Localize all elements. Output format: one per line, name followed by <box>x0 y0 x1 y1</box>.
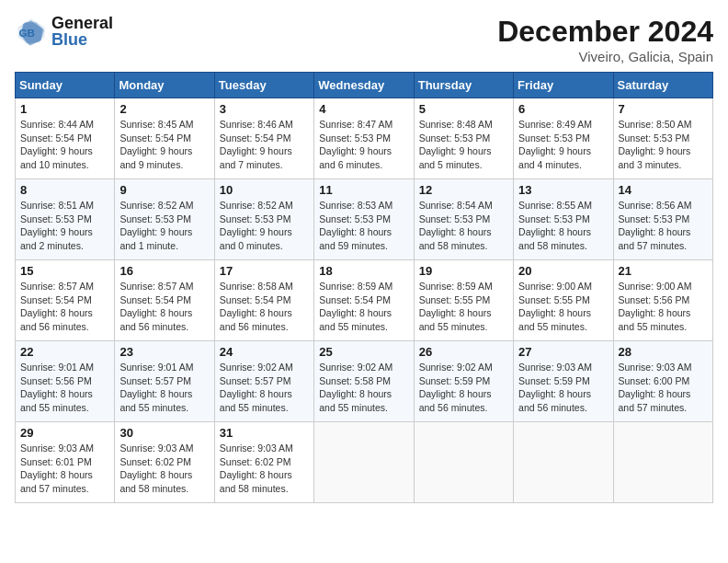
calendar-cell: 22Sunrise: 9:01 AM Sunset: 5:56 PM Dayli… <box>16 341 115 422</box>
day-number: 4 <box>319 102 408 116</box>
calendar-cell: 29Sunrise: 9:03 AM Sunset: 6:01 PM Dayli… <box>16 422 115 503</box>
day-number: 11 <box>319 183 408 197</box>
calendar-cell: 13Sunrise: 8:55 AM Sunset: 5:53 PM Dayli… <box>514 179 613 260</box>
day-number: 31 <box>220 426 309 440</box>
day-detail: Sunrise: 8:57 AM Sunset: 5:54 PM Dayligh… <box>119 280 209 334</box>
calendar-cell: 16Sunrise: 8:57 AM Sunset: 5:54 PM Dayli… <box>115 260 214 341</box>
day-number: 9 <box>119 183 209 197</box>
calendar-cell: 28Sunrise: 9:03 AM Sunset: 6:00 PM Dayli… <box>613 341 712 422</box>
day-number: 1 <box>20 102 109 116</box>
day-detail: Sunrise: 8:49 AM Sunset: 5:53 PM Dayligh… <box>518 118 608 172</box>
day-number: 12 <box>419 183 508 197</box>
day-number: 8 <box>20 183 109 197</box>
title-block: December 2024 Viveiro, Galicia, Spain <box>497 15 713 64</box>
day-number: 6 <box>518 102 608 116</box>
day-number: 27 <box>518 345 608 359</box>
calendar-cell <box>514 422 613 503</box>
calendar-cell: 21Sunrise: 9:00 AM Sunset: 5:56 PM Dayli… <box>613 260 712 341</box>
day-detail: Sunrise: 9:02 AM Sunset: 5:57 PM Dayligh… <box>220 361 309 415</box>
day-detail: Sunrise: 9:03 AM Sunset: 5:59 PM Dayligh… <box>518 361 608 415</box>
calendar-cell: 1Sunrise: 8:44 AM Sunset: 5:54 PM Daylig… <box>16 98 115 179</box>
day-number: 13 <box>518 183 608 197</box>
day-number: 28 <box>619 345 708 359</box>
weekday-header-wednesday: Wednesday <box>314 73 414 98</box>
day-detail: Sunrise: 9:00 AM Sunset: 5:56 PM Dayligh… <box>619 280 708 334</box>
day-detail: Sunrise: 8:52 AM Sunset: 5:53 PM Dayligh… <box>119 199 209 253</box>
calendar-header-row: SundayMondayTuesdayWednesdayThursdayFrid… <box>16 73 713 98</box>
weekday-header-monday: Monday <box>115 73 214 98</box>
day-detail: Sunrise: 8:47 AM Sunset: 5:53 PM Dayligh… <box>319 118 408 172</box>
calendar-week-row: 22Sunrise: 9:01 AM Sunset: 5:56 PM Dayli… <box>16 341 713 422</box>
day-number: 3 <box>220 102 309 116</box>
calendar-cell: 10Sunrise: 8:52 AM Sunset: 5:53 PM Dayli… <box>214 179 313 260</box>
day-number: 10 <box>220 183 309 197</box>
calendar-cell: 6Sunrise: 8:49 AM Sunset: 5:53 PM Daylig… <box>514 98 613 179</box>
day-detail: Sunrise: 8:57 AM Sunset: 5:54 PM Dayligh… <box>20 280 109 334</box>
calendar-cell: 14Sunrise: 8:56 AM Sunset: 5:53 PM Dayli… <box>613 179 712 260</box>
calendar-cell: 18Sunrise: 8:59 AM Sunset: 5:54 PM Dayli… <box>314 260 414 341</box>
day-number: 26 <box>419 345 508 359</box>
day-number: 14 <box>619 183 708 197</box>
day-detail: Sunrise: 8:53 AM Sunset: 5:53 PM Dayligh… <box>319 199 408 253</box>
day-detail: Sunrise: 8:56 AM Sunset: 5:53 PM Dayligh… <box>619 199 708 253</box>
day-detail: Sunrise: 8:54 AM Sunset: 5:53 PM Dayligh… <box>419 199 508 253</box>
day-detail: Sunrise: 8:46 AM Sunset: 5:54 PM Dayligh… <box>220 118 309 172</box>
page-header: GB General Blue December 2024 Viveiro, G… <box>15 15 713 64</box>
day-detail: Sunrise: 9:03 AM Sunset: 6:02 PM Dayligh… <box>119 442 209 496</box>
location: Viveiro, Galicia, Spain <box>497 49 713 64</box>
day-detail: Sunrise: 8:52 AM Sunset: 5:53 PM Dayligh… <box>220 199 309 253</box>
calendar-cell <box>414 422 513 503</box>
day-detail: Sunrise: 9:00 AM Sunset: 5:55 PM Dayligh… <box>518 280 608 334</box>
logo: GB General Blue <box>15 15 113 50</box>
svg-text:GB: GB <box>19 27 36 39</box>
weekday-header-friday: Friday <box>514 73 613 98</box>
day-detail: Sunrise: 9:03 AM Sunset: 6:00 PM Dayligh… <box>619 361 708 415</box>
day-number: 17 <box>220 264 309 278</box>
day-number: 25 <box>319 345 408 359</box>
calendar-cell: 27Sunrise: 9:03 AM Sunset: 5:59 PM Dayli… <box>514 341 613 422</box>
calendar-cell: 2Sunrise: 8:45 AM Sunset: 5:54 PM Daylig… <box>115 98 214 179</box>
calendar-table: SundayMondayTuesdayWednesdayThursdayFrid… <box>15 72 713 503</box>
calendar-cell: 25Sunrise: 9:02 AM Sunset: 5:58 PM Dayli… <box>314 341 414 422</box>
calendar-cell: 11Sunrise: 8:53 AM Sunset: 5:53 PM Dayli… <box>314 179 414 260</box>
day-number: 2 <box>119 102 209 116</box>
day-detail: Sunrise: 8:59 AM Sunset: 5:54 PM Dayligh… <box>319 280 408 334</box>
logo-line2: Blue <box>51 31 113 50</box>
calendar-cell: 31Sunrise: 9:03 AM Sunset: 6:02 PM Dayli… <box>214 422 313 503</box>
day-detail: Sunrise: 8:50 AM Sunset: 5:53 PM Dayligh… <box>619 118 708 172</box>
calendar-week-row: 1Sunrise: 8:44 AM Sunset: 5:54 PM Daylig… <box>16 98 713 179</box>
day-number: 22 <box>20 345 109 359</box>
day-detail: Sunrise: 8:55 AM Sunset: 5:53 PM Dayligh… <box>518 199 608 253</box>
calendar-cell: 15Sunrise: 8:57 AM Sunset: 5:54 PM Dayli… <box>16 260 115 341</box>
calendar-cell: 12Sunrise: 8:54 AM Sunset: 5:53 PM Dayli… <box>414 179 513 260</box>
calendar-week-row: 29Sunrise: 9:03 AM Sunset: 6:01 PM Dayli… <box>16 422 713 503</box>
calendar-cell: 5Sunrise: 8:48 AM Sunset: 5:53 PM Daylig… <box>414 98 513 179</box>
weekday-header-tuesday: Tuesday <box>214 73 313 98</box>
day-number: 18 <box>319 264 408 278</box>
month-title: December 2024 <box>497 15 713 49</box>
day-number: 7 <box>619 102 708 116</box>
day-number: 23 <box>119 345 209 359</box>
day-detail: Sunrise: 9:02 AM Sunset: 5:59 PM Dayligh… <box>419 361 508 415</box>
day-number: 15 <box>20 264 109 278</box>
day-detail: Sunrise: 9:02 AM Sunset: 5:58 PM Dayligh… <box>319 361 408 415</box>
day-detail: Sunrise: 9:03 AM Sunset: 6:01 PM Dayligh… <box>20 442 109 496</box>
calendar-cell: 24Sunrise: 9:02 AM Sunset: 5:57 PM Dayli… <box>214 341 313 422</box>
day-detail: Sunrise: 8:44 AM Sunset: 5:54 PM Dayligh… <box>20 118 109 172</box>
calendar-cell <box>314 422 414 503</box>
calendar-cell: 3Sunrise: 8:46 AM Sunset: 5:54 PM Daylig… <box>214 98 313 179</box>
calendar-week-row: 8Sunrise: 8:51 AM Sunset: 5:53 PM Daylig… <box>16 179 713 260</box>
weekday-header-saturday: Saturday <box>613 73 712 98</box>
day-detail: Sunrise: 9:01 AM Sunset: 5:56 PM Dayligh… <box>20 361 109 415</box>
day-detail: Sunrise: 8:58 AM Sunset: 5:54 PM Dayligh… <box>220 280 309 334</box>
calendar-cell: 19Sunrise: 8:59 AM Sunset: 5:55 PM Dayli… <box>414 260 513 341</box>
day-detail: Sunrise: 8:51 AM Sunset: 5:53 PM Dayligh… <box>20 199 109 253</box>
calendar-cell <box>613 422 712 503</box>
day-number: 16 <box>119 264 209 278</box>
day-detail: Sunrise: 8:45 AM Sunset: 5:54 PM Dayligh… <box>119 118 209 172</box>
day-number: 29 <box>20 426 109 440</box>
day-number: 24 <box>220 345 309 359</box>
calendar-cell: 4Sunrise: 8:47 AM Sunset: 5:53 PM Daylig… <box>314 98 414 179</box>
day-number: 30 <box>119 426 209 440</box>
calendar-cell: 30Sunrise: 9:03 AM Sunset: 6:02 PM Dayli… <box>115 422 214 503</box>
